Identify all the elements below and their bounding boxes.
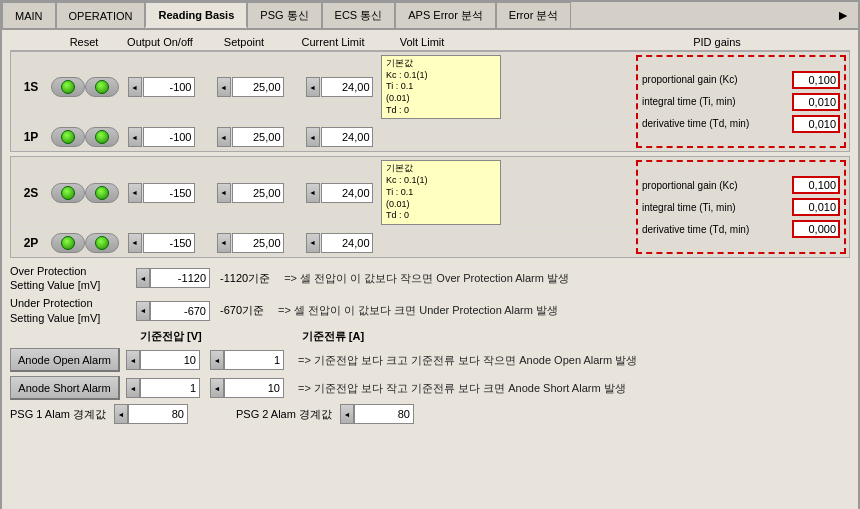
pid-gain-row-1-kc: proportional gain (Kc) 0,100 (642, 71, 840, 89)
pid-gain-value-2-ti[interactable]: 0,010 (792, 198, 840, 216)
volt-limit-1p-down[interactable]: ◄ (306, 127, 320, 147)
tab-aps-error[interactable]: APS Error 분석 (395, 2, 496, 28)
pid-gain-value-1-kc[interactable]: 0,100 (792, 71, 840, 89)
setpoint-1p-value[interactable]: -100 (143, 127, 195, 147)
tab-scroll-right[interactable]: ► (828, 2, 858, 28)
row-label-1s: 1S (11, 80, 51, 94)
psg2-down[interactable]: ◄ (340, 404, 354, 424)
setpoint-1s-value[interactable]: -100 (143, 77, 195, 97)
pid-gain-row-2-kc: proportional gain (Kc) 0,100 (642, 176, 840, 194)
output-btn-2s[interactable] (85, 183, 119, 203)
anode-short-current-value[interactable]: 10 (224, 378, 284, 398)
pid-gain-value-1-ti[interactable]: 0,010 (792, 93, 840, 111)
main-container: MAIN OPERATION Reading Basis PSG 통신 ECS … (0, 0, 860, 509)
output-btn-2p[interactable] (85, 233, 119, 253)
anode-short-button[interactable]: Anode Short Alarm (10, 376, 120, 400)
psg-row: PSG 1 Alam 경계값 ◄ 80 PSG 2 Alam 경계값 ◄ 80 (10, 404, 850, 424)
anode-short-current-spinner: ◄ 10 (210, 378, 284, 398)
ref-voltage-label: 기준전압 [V] (140, 329, 202, 344)
setpoint-2s: ◄ -150 (119, 183, 203, 203)
psg1-down[interactable]: ◄ (114, 404, 128, 424)
current-limit-2p-down[interactable]: ◄ (217, 233, 231, 253)
under-protection-row: Under ProtectionSetting Value [mV] ◄ -67… (10, 296, 850, 325)
anode-open-current-spinner: ◄ 1 (210, 350, 284, 370)
volt-limit-2s-value[interactable]: 24,00 (321, 183, 373, 203)
volt-limit-2s-down[interactable]: ◄ (306, 183, 320, 203)
current-limit-1p: ◄ 25,00 (203, 127, 297, 147)
setpoint-1s-down[interactable]: ◄ (128, 77, 142, 97)
output-btn-1p[interactable] (85, 127, 119, 147)
volt-limit-1s-value[interactable]: 24,00 (321, 77, 373, 97)
volt-limit-2p-down[interactable]: ◄ (306, 233, 320, 253)
volt-limit-1p-value[interactable]: 24,00 (321, 127, 373, 147)
setpoint-2p-value[interactable]: -150 (143, 233, 195, 253)
anode-open-voltage-down[interactable]: ◄ (126, 350, 140, 370)
anode-short-voltage-value[interactable]: 1 (140, 378, 200, 398)
ref-current-label: 기준전류 [A] (302, 329, 364, 344)
anode-open-current-down[interactable]: ◄ (210, 350, 224, 370)
current-limit-1p-down[interactable]: ◄ (217, 127, 231, 147)
reset-btn-1p[interactable] (51, 127, 85, 147)
current-limit-1p-value[interactable]: 25,00 (232, 127, 284, 147)
volt-limit-2p-value[interactable]: 24,00 (321, 233, 373, 253)
pid-gain-label-1-ti: integral time (Ti, min) (642, 96, 788, 107)
setpoint-2s-down[interactable]: ◄ (128, 183, 142, 203)
anode-open-current-value[interactable]: 1 (224, 350, 284, 370)
output-led-2s (95, 186, 109, 200)
setpoint-2p-down[interactable]: ◄ (128, 233, 142, 253)
tab-ecs[interactable]: ECS 통신 (322, 2, 396, 28)
col-reset: Reset (50, 36, 118, 48)
reset-btn-2p[interactable] (51, 233, 85, 253)
setpoint-2s-value[interactable]: -150 (143, 183, 195, 203)
anode-short-current-down[interactable]: ◄ (210, 378, 224, 398)
output-btn-1s[interactable] (85, 77, 119, 97)
row-label-1p: 1P (11, 130, 51, 144)
col-empty (10, 36, 50, 48)
setpoint-1p-down[interactable]: ◄ (128, 127, 142, 147)
reset-btn-1s[interactable] (51, 77, 85, 97)
volt-limit-2s: ◄ 24,00 (297, 183, 381, 203)
anode-short-row: Anode Short Alarm ◄ 1 ◄ 10 => 기준전압 보다 작고… (10, 376, 850, 400)
pid-gain-row-2-ti: integral time (Ti, min) 0,010 (642, 198, 840, 216)
psg1-value[interactable]: 80 (128, 404, 188, 424)
under-protection-value[interactable]: -670 (150, 301, 210, 321)
setpoint-1p: ◄ -100 (119, 127, 203, 147)
output-led-2p (95, 236, 109, 250)
pid-gain-label-2-td: derivative time (Td, min) (642, 224, 788, 235)
current-limit-2s-down[interactable]: ◄ (217, 183, 231, 203)
tab-psg[interactable]: PSG 통신 (247, 2, 321, 28)
under-protection-ref: -670기준 (220, 303, 264, 318)
col-output: Output On/off (118, 36, 202, 48)
reset-led-2s (61, 186, 75, 200)
anode-open-row: Anode Open Alarm ◄ 10 ◄ 1 => 기준전압 보다 크고 … (10, 348, 850, 372)
anode-short-voltage-down[interactable]: ◄ (126, 378, 140, 398)
current-limit-1s-value[interactable]: 25,00 (232, 77, 284, 97)
over-protection-down[interactable]: ◄ (136, 268, 150, 288)
under-protection-down[interactable]: ◄ (136, 301, 150, 321)
pid-gain-value-2-kc[interactable]: 0,100 (792, 176, 840, 194)
reset-btn-2s[interactable] (51, 183, 85, 203)
over-protection-spinner: ◄ -1120 (136, 268, 210, 288)
over-protection-value[interactable]: -1120 (150, 268, 210, 288)
anode-open-voltage-value[interactable]: 10 (140, 350, 200, 370)
output-led-1s (95, 80, 109, 94)
output-led-1p (95, 130, 109, 144)
psg2-label: PSG 2 Alam 경계값 (236, 407, 332, 422)
tab-operation[interactable]: OPERATION (56, 2, 146, 28)
volt-limit-2p: ◄ 24,00 (297, 233, 381, 253)
current-limit-1s-down[interactable]: ◄ (217, 77, 231, 97)
anode-open-button[interactable]: Anode Open Alarm (10, 348, 120, 372)
tab-main[interactable]: MAIN (2, 2, 56, 28)
psg2-value[interactable]: 80 (354, 404, 414, 424)
current-limit-2p-value[interactable]: 25,00 (232, 233, 284, 253)
row-label-2s: 2S (11, 186, 51, 200)
pid-gain-value-1-td[interactable]: 0,010 (792, 115, 840, 133)
current-limit-2s-value[interactable]: 25,00 (232, 183, 284, 203)
pid-info-1s: 기본값Kc : 0.1(1)Ti : 0.1(0.01)Td : 0 (381, 55, 501, 119)
tab-reading-basis[interactable]: Reading Basis (145, 2, 247, 28)
volt-limit-1s-down[interactable]: ◄ (306, 77, 320, 97)
current-limit-2s: ◄ 25,00 (203, 183, 297, 203)
pid-gain-value-2-td[interactable]: 0,000 (792, 220, 840, 238)
tab-error[interactable]: Error 분석 (496, 2, 572, 28)
over-protection-label: Over ProtectionSetting Value [mV] (10, 264, 130, 293)
